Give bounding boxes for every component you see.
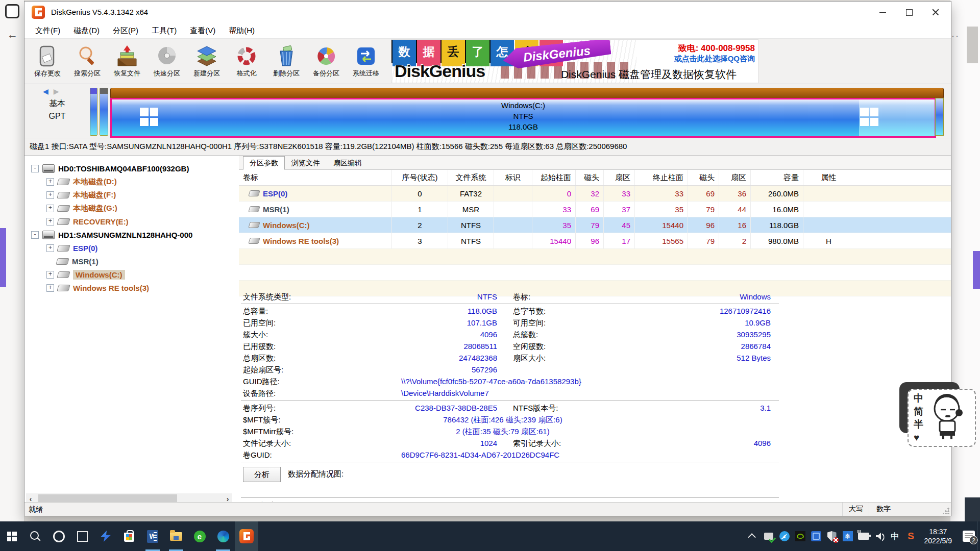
menu-tools[interactable]: 工具(T)	[145, 24, 183, 38]
taskbar-app-edge[interactable]	[211, 521, 235, 551]
ad-banner[interactable]: 数 据 丢 了 怎 么 ！ DiskGenius DiskGenius 致电: …	[391, 39, 758, 83]
format-button[interactable]: 格式化	[227, 40, 266, 82]
ime-status-panel[interactable]: 中 简 半 ♥	[908, 389, 976, 447]
expand-icon[interactable]: +	[46, 244, 54, 252]
ad-qq-link[interactable]: 或点击此处选择QQ咨询	[674, 54, 755, 64]
taskbar-app-messenger[interactable]	[94, 521, 117, 551]
tree-item-hd0[interactable]: - HD0:TOSHIBAMQ04ABF100(932GB)	[24, 162, 239, 175]
next-disk-icon[interactable]	[51, 87, 59, 95]
expand-icon[interactable]: +	[46, 218, 54, 226]
tree-item-hd1[interactable]: - HD1:SAMSUNGMZNLN128HAHQ-000	[24, 228, 239, 241]
tray-nvidia-icon[interactable]	[795, 531, 806, 542]
collapse-icon[interactable]: -	[31, 165, 39, 172]
maximize-button[interactable]	[896, 2, 922, 23]
disk-scheme-label: GPT	[42, 112, 72, 121]
back-arrow-icon[interactable]	[7, 29, 17, 39]
recover-files-button[interactable]: 恢复文件	[107, 40, 147, 82]
tray-intel-graphics-icon[interactable]	[811, 531, 822, 542]
taskbar-clock[interactable]: 18:37 2022/5/9	[924, 527, 952, 545]
chevron-up-icon	[748, 533, 756, 541]
detail-row: 文件记录大小:1024 索引记录大小:4096	[239, 439, 951, 450]
expand-icon[interactable]: +	[46, 271, 54, 279]
search-icon	[30, 531, 39, 540]
menu-partition[interactable]: 分区(P)	[106, 24, 145, 38]
analyze-button[interactable]: 分析	[243, 467, 281, 482]
expand-icon[interactable]: +	[46, 178, 54, 186]
partition-windows-c[interactable]: Windows(C:) NTFS 118.0GB	[110, 98, 936, 138]
partition-esp-sliver[interactable]	[90, 88, 97, 136]
table-row-esp[interactable]: ESP(0) 0 FAT32 0 32 33 33 69 36 260.0MB	[239, 186, 951, 202]
tree-item-local-g[interactable]: + 本地磁盘(G:)	[24, 202, 239, 215]
tray-updater-icon[interactable]	[763, 531, 774, 542]
taskbar-app-explorer[interactable]	[164, 521, 188, 551]
partition-msr-sliver[interactable]	[100, 88, 108, 136]
tree-item-windows-c[interactable]: + Windows(C:)	[24, 268, 239, 281]
tree-item-esp[interactable]: + ESP(0)	[24, 241, 239, 255]
tray-snowflake-icon[interactable]	[842, 531, 853, 542]
resize-grip[interactable]	[943, 508, 949, 514]
partition-icon	[57, 205, 70, 212]
tree-item-winre[interactable]: + Windows RE tools(3)	[24, 281, 239, 294]
search-partition-button[interactable]: 搜索分区	[67, 40, 107, 82]
tray-power-icon[interactable]	[858, 531, 869, 542]
table-row-windows-c-selected[interactable]: Windows(C:) 2 NTFS 35 79 45 15440 96 16 …	[239, 217, 951, 233]
ime-simplified-indicator[interactable]: 简	[914, 407, 923, 416]
prev-disk-icon[interactable]	[43, 87, 48, 95]
background-scrollbar[interactable]	[967, 27, 978, 63]
tab-browse-files[interactable]: 浏览文件	[285, 156, 327, 170]
expand-icon[interactable]: +	[46, 284, 54, 292]
partition-bar: Windows(C:) NTFS 118.0GB	[90, 88, 944, 135]
ime-mascot-illustration	[926, 393, 966, 440]
taskbar-app-word[interactable]: W	[141, 521, 164, 551]
tab-partition-params[interactable]: 分区参数	[243, 156, 285, 170]
divider	[241, 497, 779, 498]
expand-icon[interactable]: +	[46, 191, 54, 199]
ime-mode-indicator[interactable]: 中	[890, 531, 901, 542]
ime-favorite-icon[interactable]: ♥	[914, 433, 923, 442]
backup-partition-button[interactable]: 备份分区	[306, 40, 346, 82]
taskbar-app-browser360[interactable]: e	[188, 521, 211, 551]
taskbar: W e 中 S 18:37 2022/5/9 2	[0, 521, 980, 551]
partition-icon	[57, 192, 70, 198]
expand-icon[interactable]: +	[46, 205, 54, 212]
task-view-button[interactable]	[70, 521, 94, 551]
partition-fs: NTFS	[112, 111, 935, 121]
tray-security-alert-icon[interactable]	[826, 531, 838, 542]
collapse-icon[interactable]: -	[31, 231, 39, 239]
menu-view[interactable]: 查看(V)	[183, 24, 222, 38]
disk-top-band	[110, 88, 944, 99]
close-button[interactable]	[922, 2, 949, 23]
new-partition-button[interactable]: 新建分区	[187, 40, 227, 82]
tree-item-recovery-e[interactable]: + RECOVERY(E:)	[24, 215, 239, 228]
ime-lang-indicator[interactable]: 中	[914, 393, 923, 403]
menu-disk[interactable]: 磁盘(D)	[67, 24, 106, 38]
delete-partition-button[interactable]: 删除分区	[266, 40, 306, 82]
partition-winre-sliver[interactable]	[935, 98, 944, 136]
sogou-input-icon[interactable]: S	[905, 531, 917, 542]
quick-partition-button[interactable]: 快速分区	[147, 40, 187, 82]
cortana-button[interactable]	[47, 521, 70, 551]
detail-row: 卷GUID:66D9C7F6-8231-4D34-AD67-201D26DC94…	[239, 450, 951, 462]
tree-item-local-f[interactable]: + 本地磁盘(F:)	[24, 188, 239, 202]
taskbar-search-button[interactable]	[23, 521, 47, 551]
table-row-msr[interactable]: MSR(1) 1 MSR 33 69 37 35 79 44 16.0MB	[239, 202, 951, 217]
notification-center-button[interactable]: 2	[963, 531, 975, 542]
taskbar-app-diskgenius-active[interactable]	[235, 521, 258, 551]
menu-help[interactable]: 帮助(H)	[222, 24, 261, 38]
system-migration-button[interactable]: 系统迁移	[346, 40, 386, 82]
tray-volume-icon[interactable]	[874, 531, 885, 542]
tree-item-local-d[interactable]: + 本地磁盘(D:)	[24, 175, 239, 188]
tree-item-msr[interactable]: MSR(1)	[24, 255, 239, 268]
lightning-app-icon	[101, 531, 111, 542]
tray-messenger-icon[interactable]	[779, 531, 790, 542]
start-button[interactable]	[0, 521, 23, 551]
menu-file[interactable]: 文件(F)	[29, 24, 67, 38]
minimize-button[interactable]	[869, 2, 896, 23]
table-row-winre[interactable]: Windows RE tools(3) 3 NTFS 15440 96 17 1…	[239, 233, 951, 249]
ime-halfwidth-indicator[interactable]: 半	[914, 419, 923, 429]
taskbar-app-store[interactable]	[117, 521, 141, 551]
tab-sector-edit[interactable]: 扇区编辑	[327, 156, 369, 170]
tray-expand-button[interactable]	[747, 531, 758, 542]
show-desktop-button[interactable]	[977, 521, 980, 551]
save-changes-button[interactable]: 保存更改	[28, 40, 67, 82]
